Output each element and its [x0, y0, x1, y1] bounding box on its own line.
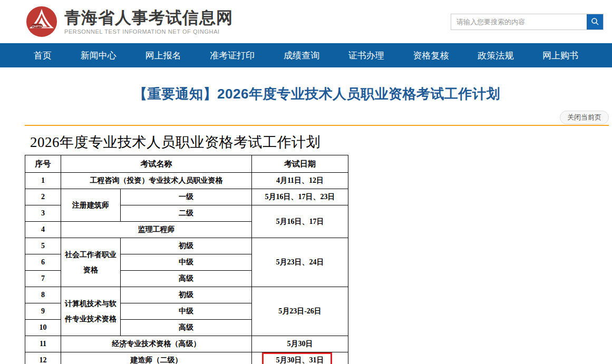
nav-item-qualification-review[interactable]: 资格复核	[413, 50, 449, 62]
exam-level-cell: 高级	[121, 320, 252, 336]
col-header-exam-name: 考试名称	[61, 155, 252, 173]
site-subtitle: PERSONNEL TEST INFORMATION NET OF QINGHA…	[64, 28, 233, 35]
table-row: 8 计算机技术与软件专业技术资格 初级 5月23日-26日	[25, 287, 348, 303]
exam-date-cell: 5月30日	[252, 336, 348, 352]
brand-block: 青海省人事考试信息网 PERSONNEL TEST INFORMATION NE…	[64, 8, 233, 35]
nav-item-bookstore[interactable]: 网上购书	[542, 50, 578, 62]
nav-item-online-registration[interactable]: 网上报名	[145, 50, 181, 62]
exam-name-cell: 经济专业技术资格（高级）	[61, 336, 252, 352]
exam-level-cell: 中级	[121, 303, 252, 320]
orange-divider	[25, 125, 609, 126]
site-title: 青海省人事考试信息网	[64, 8, 233, 27]
main-nav: 首页 新闻中心 网上报名 准考证打印 成绩查询 证书办理 资格复核 政策法规 网…	[0, 43, 612, 67]
exam-date-cell: 5月16日、17日、23日	[252, 189, 348, 205]
table-row: 2 注册建筑师 一级 5月16日、17日、23日	[25, 189, 348, 205]
table-row: 1 工程咨询（投资）专业技术人员职业资格 4月11日、12日	[25, 173, 348, 189]
table-row: 11 经济专业技术资格（高级） 5月30日	[25, 336, 348, 352]
no-cell: 11	[25, 336, 61, 352]
exam-group-cell: 社会工作者职业资格	[61, 238, 121, 287]
exam-schedule-table: 序号 考试名称 考试日期 1 工程咨询（投资）专业技术人员职业资格 4月11日、…	[25, 155, 348, 364]
no-cell: 7	[25, 271, 61, 287]
exam-name-cell: 工程咨询（投资）专业技术人员职业资格	[61, 173, 252, 189]
exam-group-cell: 计算机技术与软件专业技术资格	[61, 287, 121, 336]
col-header-no: 序号	[25, 155, 61, 173]
article-content: 【重要通知】2026年度专业技术人员职业资格考试工作计划 关闭当前页 2026年…	[0, 85, 612, 364]
site-logo[interactable]: QHPTA	[25, 5, 58, 38]
no-cell: 4	[25, 222, 61, 238]
exam-date-cell: 4月11日、12日	[252, 173, 348, 189]
no-cell: 1	[25, 173, 61, 189]
site-header: QHPTA 青海省人事考试信息网 PERSONNEL TEST INFORMAT…	[0, 0, 612, 43]
table-row: 12 建造师（二级） 5月30日、31日	[25, 352, 348, 364]
exam-name-cell: 监理工程师	[61, 222, 252, 238]
nav-item-score-query[interactable]: 成绩查询	[284, 50, 319, 62]
exam-level-cell: 初级	[121, 287, 252, 303]
nav-item-news[interactable]: 新闻中心	[81, 50, 116, 62]
exam-level-cell: 中级	[121, 254, 252, 271]
exam-group-cell: 注册建筑师	[61, 189, 121, 222]
exam-level-cell: 初级	[121, 238, 252, 254]
nav-item-policies[interactable]: 政策法规	[478, 50, 513, 62]
exam-level-cell: 高级	[121, 271, 252, 287]
svg-text:QHPTA: QHPTA	[32, 25, 43, 28]
qhpta-logo-icon: QHPTA	[25, 5, 58, 38]
search-box	[451, 14, 604, 30]
table-header-row: 序号 考试名称 考试日期	[25, 155, 348, 173]
exam-date-cell: 5月23日-26日	[252, 287, 348, 336]
no-cell: 3	[25, 205, 61, 222]
exam-name-cell: 建造师（二级）	[61, 352, 252, 364]
exam-date-cell: 5月16日、17日	[252, 205, 348, 238]
close-row: 关闭当前页	[25, 111, 609, 124]
nav-item-home[interactable]: 首页	[34, 50, 52, 62]
no-cell: 5	[25, 238, 61, 254]
nav-item-certificate[interactable]: 证书办理	[348, 50, 384, 62]
no-cell: 8	[25, 287, 61, 303]
no-cell: 2	[25, 189, 61, 205]
no-cell: 9	[25, 303, 61, 320]
exam-level-cell: 一级	[121, 189, 252, 205]
exam-date-text: 5月30日、31日	[276, 356, 324, 364]
search-input[interactable]	[451, 14, 587, 29]
col-header-exam-date: 考试日期	[252, 155, 348, 173]
search-icon	[591, 17, 599, 26]
exam-level-cell: 二级	[121, 205, 252, 222]
no-cell: 10	[25, 320, 61, 336]
search-button[interactable]	[587, 14, 603, 29]
close-page-button[interactable]: 关闭当前页	[560, 111, 609, 124]
schedule-table-title: 2026年度专业技术人员职业资格考试工作计划	[30, 133, 609, 152]
no-cell: 12	[25, 352, 61, 364]
table-row: 5 社会工作者职业资格 初级 5月23日、24日	[25, 238, 348, 254]
nav-item-admit-card-print[interactable]: 准考证打印	[210, 50, 255, 62]
no-cell: 6	[25, 254, 61, 271]
exam-date-cell-highlighted: 5月30日、31日	[252, 352, 348, 364]
article-title: 【重要通知】2026年度专业技术人员职业资格考试工作计划	[25, 85, 609, 103]
exam-date-cell: 5月23日、24日	[252, 238, 348, 287]
